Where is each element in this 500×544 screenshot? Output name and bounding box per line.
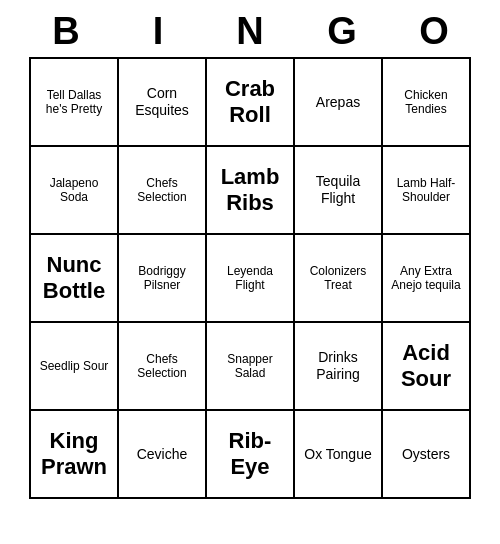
- bingo-cell: Bodriggy Pilsner: [119, 235, 207, 323]
- bingo-cell: Oysters: [383, 411, 471, 499]
- bingo-cell: Lamb Half-Shoulder: [383, 147, 471, 235]
- bingo-cell: Leyenda Flight: [207, 235, 295, 323]
- letter-o: O: [390, 10, 478, 53]
- bingo-cell: Tell Dallas he's Pretty: [31, 59, 119, 147]
- bingo-cell: Tequila Flight: [295, 147, 383, 235]
- bingo-grid: Tell Dallas he's PrettyCorn EsquitesCrab…: [29, 57, 471, 499]
- bingo-header: B I N G O: [20, 10, 480, 53]
- bingo-cell: Ceviche: [119, 411, 207, 499]
- bingo-cell: Crab Roll: [207, 59, 295, 147]
- bingo-cell: Seedlip Sour: [31, 323, 119, 411]
- bingo-cell: Arepas: [295, 59, 383, 147]
- bingo-cell: Rib-Eye: [207, 411, 295, 499]
- letter-n: N: [206, 10, 294, 53]
- bingo-cell: Chefs Selection: [119, 147, 207, 235]
- letter-b: B: [22, 10, 110, 53]
- letter-g: G: [298, 10, 386, 53]
- bingo-cell: Jalapeno Soda: [31, 147, 119, 235]
- letter-i: I: [114, 10, 202, 53]
- bingo-cell: Drinks Pairing: [295, 323, 383, 411]
- bingo-cell: Snapper Salad: [207, 323, 295, 411]
- bingo-cell: Chicken Tendies: [383, 59, 471, 147]
- bingo-cell: Nunc Bottle: [31, 235, 119, 323]
- bingo-cell: Lamb Ribs: [207, 147, 295, 235]
- bingo-cell: Corn Esquites: [119, 59, 207, 147]
- bingo-cell: Acid Sour: [383, 323, 471, 411]
- bingo-cell: King Prawn: [31, 411, 119, 499]
- bingo-cell: Any Extra Anejo tequila: [383, 235, 471, 323]
- bingo-cell: Chefs Selection: [119, 323, 207, 411]
- bingo-cell: Colonizers Treat: [295, 235, 383, 323]
- bingo-cell: Ox Tongue: [295, 411, 383, 499]
